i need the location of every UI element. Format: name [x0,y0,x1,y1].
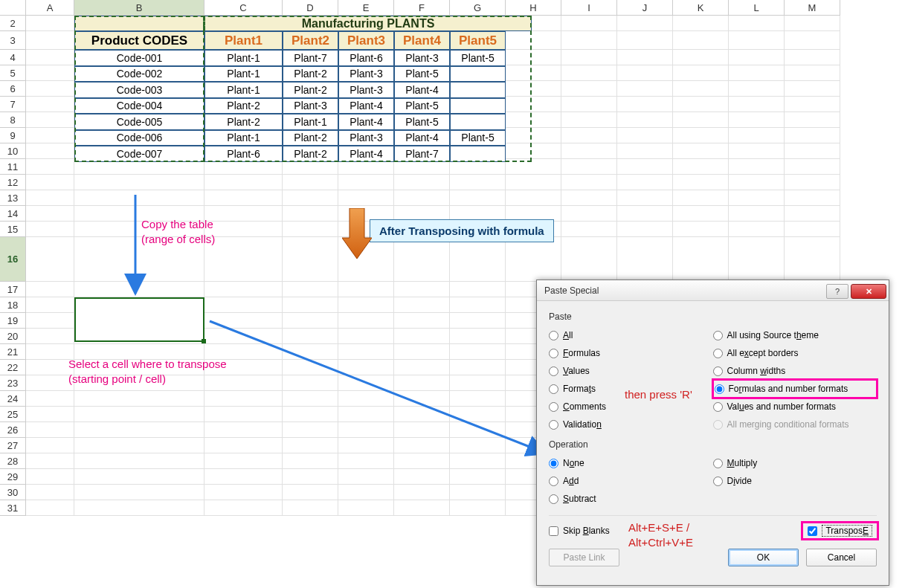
cell-j13[interactable] [617,190,673,206]
cell-k9[interactable] [673,128,729,143]
column-header-g[interactable]: G [450,0,506,16]
cell-c28[interactable] [204,453,283,469]
column-header-m[interactable]: M [785,0,840,16]
cell-f31[interactable] [394,500,450,516]
row-header-7[interactable]: 7 [0,97,26,112]
cell-j10[interactable] [617,143,673,159]
cell-e31[interactable] [338,500,394,516]
cell-a17[interactable] [26,282,74,297]
cell-j12[interactable] [617,175,673,190]
cell-a28[interactable] [26,453,74,469]
cell-l6[interactable] [729,81,785,97]
cell-code[interactable]: Code-001 [74,50,204,66]
cell-l2[interactable] [729,16,785,31]
row-header-26[interactable]: 26 [0,422,26,438]
cell-b29[interactable] [74,469,204,485]
cell-k6[interactable] [673,81,729,97]
dialog-help-button[interactable]: ? [826,284,848,299]
cell-j14[interactable] [617,206,673,222]
radio-all[interactable] [549,331,558,340]
cell-plant[interactable]: Plant-3 [338,66,394,83]
cell-plant[interactable]: Plant-2 [283,82,338,98]
cell-a5[interactable] [26,65,74,81]
cell-a31[interactable] [26,500,74,516]
cell-a2[interactable] [26,16,74,31]
radio-values[interactable] [549,366,558,376]
cell-b26[interactable] [74,422,204,438]
cell-l8[interactable] [729,112,785,128]
cell-code[interactable]: Code-006 [74,130,204,146]
cell-a20[interactable] [26,329,74,344]
cell-a22[interactable] [26,360,74,375]
cell-c19[interactable] [204,313,283,329]
radio-all-using-source-theme[interactable] [713,331,723,340]
cell-plant[interactable]: Plant-2 [283,146,338,162]
ok-button[interactable]: OK [728,549,799,566]
cell-i13[interactable] [561,190,617,206]
cell-c29[interactable] [204,469,283,485]
cell-j9[interactable] [617,128,673,143]
cell-c18[interactable] [204,297,283,313]
row-header-3[interactable]: 3 [0,31,26,50]
row-header-18[interactable]: 18 [0,297,26,313]
radio-all-except-borders[interactable] [713,349,723,358]
selected-cell-b16[interactable] [74,297,204,342]
cell-plant[interactable]: Plant-3 [283,98,338,114]
column-header-a[interactable]: A [26,0,74,16]
cell-k5[interactable] [673,65,729,81]
cell-h12[interactable] [506,175,561,190]
row-header-27[interactable]: 27 [0,438,26,453]
cell-g21[interactable] [450,344,506,360]
cell-d30[interactable] [283,485,338,500]
cell-code[interactable]: Code-007 [74,146,204,162]
cell-plant[interactable]: Plant-5 [450,130,506,146]
cell-plant[interactable]: Plant-2 [204,114,283,130]
cell-j7[interactable] [617,97,673,112]
row-header-19[interactable]: 19 [0,313,26,329]
cell-f26[interactable] [394,422,450,438]
cell-i8[interactable] [561,112,617,128]
row-header-14[interactable]: 14 [0,206,26,222]
cell-d31[interactable] [283,500,338,516]
cell-d23[interactable] [283,375,338,391]
row-header-17[interactable]: 17 [0,282,26,297]
cell-plant[interactable]: Plant-1 [204,66,283,83]
cell-a16[interactable] [26,237,74,282]
row-header-28[interactable]: 28 [0,453,26,469]
cell-c12[interactable] [204,175,283,190]
column-header-b[interactable]: B [74,0,204,16]
cell-l15[interactable] [729,222,785,237]
cell-a29[interactable] [26,469,74,485]
cell-j3[interactable] [617,31,673,50]
cell-d12[interactable] [283,175,338,190]
cell-f18[interactable] [394,297,450,313]
cell-plant[interactable]: Plant-2 [283,130,338,146]
cell-d28[interactable] [283,453,338,469]
cell-i7[interactable] [561,97,617,112]
cell-plant[interactable]: Plant-2 [204,98,283,114]
cell-d26[interactable] [283,422,338,438]
cell-k4[interactable] [673,50,729,65]
cell-j2[interactable] [617,16,673,31]
cell-a18[interactable] [26,297,74,313]
cell-a6[interactable] [26,81,74,97]
cell-i5[interactable] [561,65,617,81]
cell-b24[interactable] [74,391,204,407]
radio-divide[interactable] [713,476,723,486]
cell-d17[interactable] [283,282,338,297]
cell-a23[interactable] [26,375,74,391]
cell-m13[interactable] [785,190,840,206]
cell-m15[interactable] [785,222,840,237]
cell-l10[interactable] [729,143,785,159]
cell-g24[interactable] [450,391,506,407]
column-header-e[interactable]: E [338,0,394,16]
cell-e28[interactable] [338,453,394,469]
row-header-4[interactable]: 4 [0,50,26,65]
cell-l16[interactable] [729,237,785,282]
cell-a30[interactable] [26,485,74,500]
cell-d22[interactable] [283,360,338,375]
cell-c13[interactable] [204,190,283,206]
row-header-25[interactable]: 25 [0,407,26,422]
cell-plant[interactable]: Plant-5 [450,50,506,66]
radio-multiply[interactable] [713,459,723,468]
